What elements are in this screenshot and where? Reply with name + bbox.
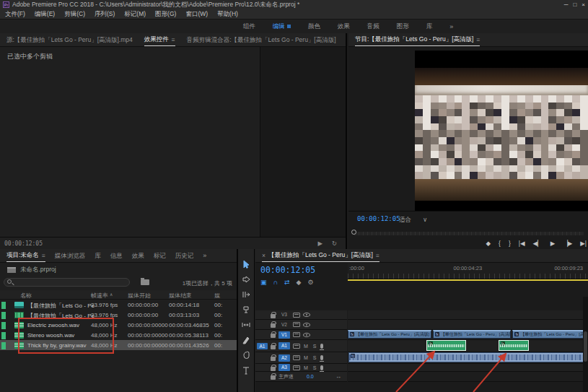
column-header-1[interactable]: 帧速率 <box>91 292 108 300</box>
tab-project-2[interactable]: 库 <box>95 250 101 262</box>
lane-A3[interactable] <box>348 364 588 372</box>
maximize-icon[interactable]: □ <box>573 1 576 8</box>
tab-project-5[interactable]: 标记 <box>154 250 166 262</box>
menu-item-7[interactable]: 帮助(H) <box>217 10 238 19</box>
mute-icon[interactable]: M <box>303 344 309 349</box>
tool-selection[interactable] <box>242 259 251 269</box>
lock-icon[interactable] <box>271 375 276 380</box>
go-to-in-icon[interactable]: |◀ <box>519 240 525 247</box>
close-icon[interactable]: × <box>262 252 266 259</box>
music-audio-clip[interactable]: fx <box>348 352 588 362</box>
track-target-V3[interactable]: V3 <box>278 311 290 318</box>
sync-lock-icon[interactable] <box>293 355 300 360</box>
lock-icon[interactable] <box>271 323 276 328</box>
column-header-0[interactable]: 名称 <box>20 292 32 300</box>
lock-icon[interactable] <box>271 314 276 318</box>
tool-ripple-edit[interactable] <box>242 289 251 299</box>
menu-item-0[interactable]: 文件(F) <box>5 10 25 19</box>
track-header-V3[interactable]: V3 <box>255 310 347 320</box>
fit-icon[interactable]: ↔ <box>335 373 341 380</box>
column-header-2[interactable]: 媒体开始 <box>128 292 151 300</box>
table-row[interactable]: Stereo woosh.wav48,000 Hz00:00:00:000000… <box>0 330 237 340</box>
menu-item-1[interactable]: 编辑(E) <box>35 10 55 19</box>
workspace-tab-组件[interactable]: 组件 <box>243 22 255 31</box>
table-row[interactable]: Thick fly by, grainy.wav48,000 Hz00:00:0… <box>0 340 237 350</box>
project-file-row[interactable]: 未命名.prproj <box>7 266 56 274</box>
track-output-icon[interactable] <box>303 323 310 327</box>
sync-lock-icon[interactable] <box>293 365 300 370</box>
voiceover-icon[interactable] <box>320 365 323 370</box>
minimize-icon[interactable]: ─ <box>564 1 569 8</box>
tab-program[interactable]: 节目:【最佳旅拍「Lets Go - Peru」[高清版] ≡ <box>355 33 480 46</box>
lock-icon[interactable] <box>271 345 276 349</box>
panel-overflow-icon[interactable]: » <box>203 252 206 259</box>
master-track-header[interactable]: 主声道0.0↔ <box>255 372 347 382</box>
workspace-tab-编辑[interactable]: 编辑 <box>273 22 291 31</box>
lock-icon[interactable] <box>271 357 276 361</box>
zoom-level-select[interactable]: 适合 ∨ <box>399 216 427 225</box>
step-back-icon[interactable]: ◀▏ <box>533 240 543 247</box>
timeline-settings-icon[interactable]: ⚙ <box>307 279 313 286</box>
play-icon[interactable]: ▶ <box>550 240 556 247</box>
track-output-icon[interactable] <box>303 333 310 337</box>
column-header-4[interactable]: 媒 <box>214 292 220 300</box>
solo-icon[interactable]: S <box>312 344 317 349</box>
add-marker-icon[interactable]: ◆ <box>297 279 302 286</box>
track-header-A1[interactable]: A1A1MS <box>255 340 347 352</box>
video-clip[interactable]: fx【最佳旅拍「Lets Go - Peru」[高清版] <box>512 330 588 339</box>
tab-source-2[interactable]: 音频剪辑混合器:【最佳旅拍「Lets Go - Peru」[高清版] <box>187 34 336 46</box>
lane-A2[interactable]: fx <box>348 352 588 364</box>
tab-project-3[interactable]: 信息 <box>110 250 123 262</box>
menu-item-6[interactable]: 窗口(W) <box>185 10 208 19</box>
mark-out-icon[interactable]: } <box>509 240 511 247</box>
tab-project-1[interactable]: 媒体浏览器 <box>55 250 86 262</box>
mute-icon[interactable]: M <box>303 365 309 370</box>
voiceover-icon[interactable] <box>320 344 323 349</box>
source-patch-V1[interactable] <box>257 331 268 338</box>
lane-V3[interactable] <box>348 310 588 320</box>
track-target-A3[interactable]: A3 <box>278 364 290 371</box>
search-input[interactable] <box>4 278 130 287</box>
track-output-icon[interactable] <box>303 313 310 317</box>
step-forward-icon[interactable]: ▕▶ <box>563 240 572 247</box>
tool-razor[interactable] <box>242 305 251 314</box>
tab-project-6[interactable]: 历史记 <box>175 250 194 262</box>
linked-selection-icon[interactable]: ⇄ <box>284 279 290 286</box>
mark-in-icon[interactable]: { <box>499 240 501 247</box>
lane-A1[interactable]: fxfx <box>348 340 588 352</box>
source-patch-A3[interactable] <box>257 365 268 371</box>
menu-item-4[interactable]: 标记(M) <box>124 10 146 19</box>
sfx-audio-clip[interactable]: fx <box>499 340 530 351</box>
work-area-bar[interactable] <box>348 279 588 281</box>
solo-icon[interactable]: S <box>312 355 317 360</box>
track-header-V2[interactable]: V2 <box>255 320 347 330</box>
menu-item-5[interactable]: 图形(G) <box>155 10 176 19</box>
track-target-V1[interactable]: V1 <box>278 331 290 339</box>
track-header-V1[interactable]: V1 <box>255 330 347 340</box>
source-patch-V3[interactable] <box>257 312 268 318</box>
snap-icon[interactable]: ∩ <box>273 279 278 286</box>
solo-icon[interactable]: S <box>312 365 317 370</box>
tab-source-0[interactable]: 源:【最佳旅拍「Lets Go - Peru」[高清版].mp4 <box>6 34 133 46</box>
panel-menu-icon[interactable]: ≡ <box>172 36 175 43</box>
video-clip[interactable]: fx【最佳旅拍「Lets Go - Peru」[高清版] <box>348 330 431 339</box>
sync-lock-icon[interactable] <box>293 313 300 318</box>
master-gain-value[interactable]: 0.0 <box>307 374 314 379</box>
workspace-tab-图形[interactable]: 图形 <box>397 22 409 31</box>
source-patch-A1[interactable]: A1 <box>257 343 268 349</box>
program-scrubber[interactable] <box>354 232 584 235</box>
nest-toggle-icon[interactable]: ▣ <box>260 279 267 286</box>
timeline-timecode[interactable]: 00:00:12:05 <box>260 265 315 275</box>
video-frame[interactable] <box>415 51 588 211</box>
workspace-overflow-icon[interactable]: » <box>449 23 453 30</box>
sfx-audio-clip[interactable]: fx <box>426 340 466 351</box>
tab-project-4[interactable]: 效果 <box>132 250 144 262</box>
playhead-knob[interactable] <box>351 230 356 235</box>
tab-effect-controls[interactable]: 效果控件≡ <box>144 33 175 46</box>
video-clip[interactable]: fx【最佳旅拍「Lets Go - Peru」[高清版] <box>433 330 512 339</box>
panel-menu-icon[interactable]: ≡ <box>42 252 45 259</box>
track-target-A2[interactable]: A2 <box>278 354 290 362</box>
new-bin-icon[interactable] <box>141 279 149 285</box>
track-header-A3[interactable]: A3MS <box>255 364 347 372</box>
workspace-tab-库[interactable]: 库 <box>426 22 433 31</box>
